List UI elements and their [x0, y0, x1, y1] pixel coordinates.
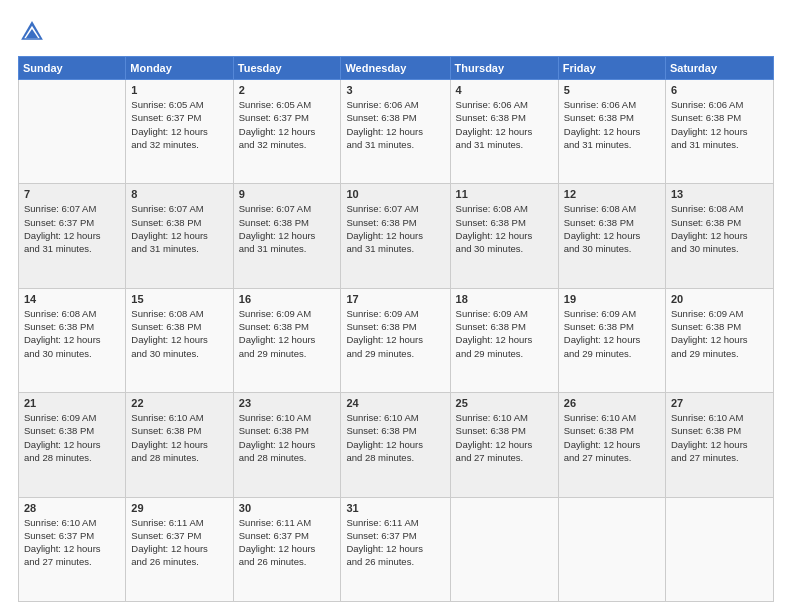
weekday-header-row: SundayMondayTuesdayWednesdayThursdayFrid… [19, 57, 774, 80]
calendar-cell: 9Sunrise: 6:07 AM Sunset: 6:38 PM Daylig… [233, 184, 341, 288]
day-number: 24 [346, 397, 444, 409]
day-info: Sunrise: 6:07 AM Sunset: 6:38 PM Dayligh… [131, 202, 227, 255]
calendar-cell: 27Sunrise: 6:10 AM Sunset: 6:38 PM Dayli… [666, 393, 774, 497]
calendar-cell: 30Sunrise: 6:11 AM Sunset: 6:37 PM Dayli… [233, 497, 341, 601]
day-number: 18 [456, 293, 553, 305]
day-info: Sunrise: 6:07 AM Sunset: 6:38 PM Dayligh… [239, 202, 336, 255]
day-number: 27 [671, 397, 768, 409]
day-number: 2 [239, 84, 336, 96]
weekday-friday: Friday [558, 57, 665, 80]
calendar-cell: 17Sunrise: 6:09 AM Sunset: 6:38 PM Dayli… [341, 288, 450, 392]
day-info: Sunrise: 6:06 AM Sunset: 6:38 PM Dayligh… [564, 98, 660, 151]
week-row-2: 7Sunrise: 6:07 AM Sunset: 6:37 PM Daylig… [19, 184, 774, 288]
calendar-cell [450, 497, 558, 601]
calendar-cell: 10Sunrise: 6:07 AM Sunset: 6:38 PM Dayli… [341, 184, 450, 288]
day-info: Sunrise: 6:08 AM Sunset: 6:38 PM Dayligh… [24, 307, 120, 360]
calendar-table: SundayMondayTuesdayWednesdayThursdayFrid… [18, 56, 774, 602]
day-number: 9 [239, 188, 336, 200]
day-info: Sunrise: 6:11 AM Sunset: 6:37 PM Dayligh… [346, 516, 444, 569]
day-info: Sunrise: 6:09 AM Sunset: 6:38 PM Dayligh… [564, 307, 660, 360]
week-row-4: 21Sunrise: 6:09 AM Sunset: 6:38 PM Dayli… [19, 393, 774, 497]
calendar-cell: 22Sunrise: 6:10 AM Sunset: 6:38 PM Dayli… [126, 393, 233, 497]
calendar-cell: 26Sunrise: 6:10 AM Sunset: 6:38 PM Dayli… [558, 393, 665, 497]
day-number: 12 [564, 188, 660, 200]
day-number: 6 [671, 84, 768, 96]
weekday-sunday: Sunday [19, 57, 126, 80]
day-info: Sunrise: 6:08 AM Sunset: 6:38 PM Dayligh… [671, 202, 768, 255]
day-info: Sunrise: 6:11 AM Sunset: 6:37 PM Dayligh… [131, 516, 227, 569]
day-info: Sunrise: 6:05 AM Sunset: 6:37 PM Dayligh… [239, 98, 336, 151]
calendar-cell: 14Sunrise: 6:08 AM Sunset: 6:38 PM Dayli… [19, 288, 126, 392]
day-number: 7 [24, 188, 120, 200]
day-info: Sunrise: 6:05 AM Sunset: 6:37 PM Dayligh… [131, 98, 227, 151]
calendar-body: 1Sunrise: 6:05 AM Sunset: 6:37 PM Daylig… [19, 80, 774, 602]
calendar-cell: 28Sunrise: 6:10 AM Sunset: 6:37 PM Dayli… [19, 497, 126, 601]
day-number: 21 [24, 397, 120, 409]
day-info: Sunrise: 6:11 AM Sunset: 6:37 PM Dayligh… [239, 516, 336, 569]
day-info: Sunrise: 6:06 AM Sunset: 6:38 PM Dayligh… [671, 98, 768, 151]
day-number: 28 [24, 502, 120, 514]
day-info: Sunrise: 6:10 AM Sunset: 6:38 PM Dayligh… [239, 411, 336, 464]
page-header [18, 18, 774, 46]
calendar-cell [558, 497, 665, 601]
day-info: Sunrise: 6:08 AM Sunset: 6:38 PM Dayligh… [564, 202, 660, 255]
day-number: 20 [671, 293, 768, 305]
day-number: 29 [131, 502, 227, 514]
calendar-cell [666, 497, 774, 601]
day-info: Sunrise: 6:09 AM Sunset: 6:38 PM Dayligh… [239, 307, 336, 360]
day-info: Sunrise: 6:10 AM Sunset: 6:38 PM Dayligh… [131, 411, 227, 464]
calendar-cell: 31Sunrise: 6:11 AM Sunset: 6:37 PM Dayli… [341, 497, 450, 601]
calendar-cell: 25Sunrise: 6:10 AM Sunset: 6:38 PM Dayli… [450, 393, 558, 497]
day-number: 16 [239, 293, 336, 305]
day-info: Sunrise: 6:09 AM Sunset: 6:38 PM Dayligh… [671, 307, 768, 360]
day-info: Sunrise: 6:07 AM Sunset: 6:37 PM Dayligh… [24, 202, 120, 255]
calendar-cell: 29Sunrise: 6:11 AM Sunset: 6:37 PM Dayli… [126, 497, 233, 601]
day-number: 23 [239, 397, 336, 409]
week-row-1: 1Sunrise: 6:05 AM Sunset: 6:37 PM Daylig… [19, 80, 774, 184]
calendar-cell: 5Sunrise: 6:06 AM Sunset: 6:38 PM Daylig… [558, 80, 665, 184]
calendar-cell [19, 80, 126, 184]
calendar-cell: 12Sunrise: 6:08 AM Sunset: 6:38 PM Dayli… [558, 184, 665, 288]
day-info: Sunrise: 6:08 AM Sunset: 6:38 PM Dayligh… [131, 307, 227, 360]
day-number: 17 [346, 293, 444, 305]
calendar-cell: 19Sunrise: 6:09 AM Sunset: 6:38 PM Dayli… [558, 288, 665, 392]
weekday-monday: Monday [126, 57, 233, 80]
calendar-cell: 20Sunrise: 6:09 AM Sunset: 6:38 PM Dayli… [666, 288, 774, 392]
calendar-cell: 23Sunrise: 6:10 AM Sunset: 6:38 PM Dayli… [233, 393, 341, 497]
calendar-cell: 3Sunrise: 6:06 AM Sunset: 6:38 PM Daylig… [341, 80, 450, 184]
calendar-cell: 7Sunrise: 6:07 AM Sunset: 6:37 PM Daylig… [19, 184, 126, 288]
day-number: 22 [131, 397, 227, 409]
day-info: Sunrise: 6:06 AM Sunset: 6:38 PM Dayligh… [346, 98, 444, 151]
day-number: 31 [346, 502, 444, 514]
day-number: 19 [564, 293, 660, 305]
day-number: 30 [239, 502, 336, 514]
day-number: 14 [24, 293, 120, 305]
week-row-3: 14Sunrise: 6:08 AM Sunset: 6:38 PM Dayli… [19, 288, 774, 392]
calendar-cell: 24Sunrise: 6:10 AM Sunset: 6:38 PM Dayli… [341, 393, 450, 497]
calendar-cell: 6Sunrise: 6:06 AM Sunset: 6:38 PM Daylig… [666, 80, 774, 184]
calendar-cell: 18Sunrise: 6:09 AM Sunset: 6:38 PM Dayli… [450, 288, 558, 392]
day-number: 10 [346, 188, 444, 200]
day-info: Sunrise: 6:08 AM Sunset: 6:38 PM Dayligh… [456, 202, 553, 255]
day-number: 25 [456, 397, 553, 409]
calendar-cell: 15Sunrise: 6:08 AM Sunset: 6:38 PM Dayli… [126, 288, 233, 392]
calendar-cell: 4Sunrise: 6:06 AM Sunset: 6:38 PM Daylig… [450, 80, 558, 184]
day-number: 15 [131, 293, 227, 305]
weekday-wednesday: Wednesday [341, 57, 450, 80]
day-info: Sunrise: 6:10 AM Sunset: 6:38 PM Dayligh… [564, 411, 660, 464]
day-number: 13 [671, 188, 768, 200]
day-info: Sunrise: 6:09 AM Sunset: 6:38 PM Dayligh… [24, 411, 120, 464]
day-number: 8 [131, 188, 227, 200]
week-row-5: 28Sunrise: 6:10 AM Sunset: 6:37 PM Dayli… [19, 497, 774, 601]
calendar-cell: 13Sunrise: 6:08 AM Sunset: 6:38 PM Dayli… [666, 184, 774, 288]
weekday-saturday: Saturday [666, 57, 774, 80]
day-number: 11 [456, 188, 553, 200]
day-info: Sunrise: 6:10 AM Sunset: 6:38 PM Dayligh… [671, 411, 768, 464]
day-number: 5 [564, 84, 660, 96]
day-info: Sunrise: 6:07 AM Sunset: 6:38 PM Dayligh… [346, 202, 444, 255]
calendar-cell: 11Sunrise: 6:08 AM Sunset: 6:38 PM Dayli… [450, 184, 558, 288]
calendar-cell: 8Sunrise: 6:07 AM Sunset: 6:38 PM Daylig… [126, 184, 233, 288]
weekday-thursday: Thursday [450, 57, 558, 80]
weekday-tuesday: Tuesday [233, 57, 341, 80]
day-info: Sunrise: 6:09 AM Sunset: 6:38 PM Dayligh… [456, 307, 553, 360]
